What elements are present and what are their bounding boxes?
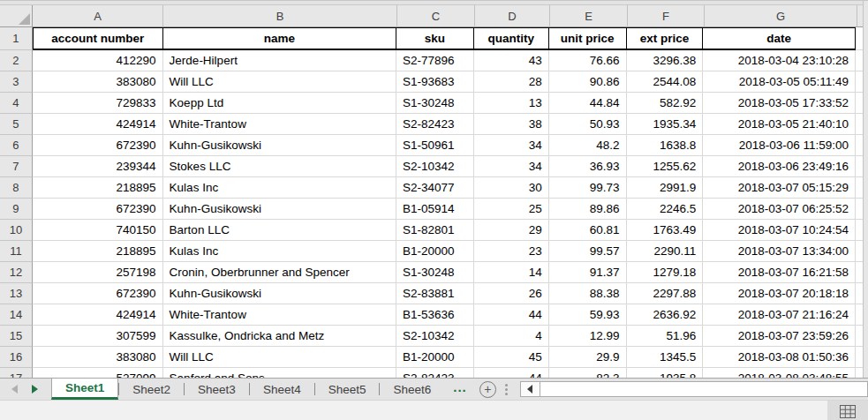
row-header-5[interactable]: 5 bbox=[0, 114, 33, 135]
cell-B6[interactable]: Kuhn-Gusikowski bbox=[163, 135, 396, 156]
cell-E2[interactable]: 76.66 bbox=[549, 50, 627, 71]
cell-G17[interactable]: 2018-03-08 03:48:55 bbox=[703, 368, 856, 378]
cell-F3[interactable]: 2544.08 bbox=[627, 71, 704, 93]
row-header-3[interactable]: 3 bbox=[0, 71, 33, 93]
row-header-13[interactable]: 13 bbox=[0, 283, 33, 304]
cell-E6[interactable]: 48.2 bbox=[549, 135, 627, 156]
cell-B11[interactable]: Kulas Inc bbox=[163, 241, 396, 262]
header-cell-name[interactable]: name bbox=[163, 27, 396, 50]
cell-F15[interactable]: 51.96 bbox=[627, 326, 704, 347]
cell-E12[interactable]: 91.37 bbox=[549, 262, 627, 283]
cell-A2[interactable]: 412290 bbox=[33, 50, 163, 71]
cell-G8[interactable]: 2018-03-07 05:15:29 bbox=[703, 177, 856, 199]
cell-C6[interactable]: S1-50961 bbox=[396, 135, 474, 156]
scroll-left-button[interactable] bbox=[521, 382, 540, 396]
cell-D2[interactable]: 43 bbox=[474, 50, 549, 71]
tab-sheet1[interactable]: Sheet1 bbox=[51, 379, 118, 400]
column-header-B[interactable]: B bbox=[163, 5, 397, 27]
column-header-G[interactable]: G bbox=[705, 5, 857, 27]
cell-D15[interactable]: 4 bbox=[474, 326, 549, 347]
cell-B17[interactable]: Sanford and Sons bbox=[163, 368, 396, 378]
cell-D11[interactable]: 23 bbox=[474, 241, 549, 262]
tab-splitter-handle[interactable] bbox=[505, 384, 508, 395]
header-cell-unit-price[interactable]: unit price bbox=[549, 27, 627, 50]
cell-D4[interactable]: 13 bbox=[474, 93, 549, 114]
row-header-8[interactable]: 8 bbox=[0, 177, 33, 199]
cell-F6[interactable]: 1638.8 bbox=[627, 135, 704, 156]
cell-G7[interactable]: 2018-03-06 23:49:16 bbox=[703, 156, 856, 177]
cell-E17[interactable]: 82.3 bbox=[549, 368, 627, 378]
cell-A5[interactable]: 424914 bbox=[33, 114, 163, 135]
cell-B10[interactable]: Barton LLC bbox=[163, 220, 396, 241]
cell-A14[interactable]: 424914 bbox=[33, 304, 163, 326]
cell-B12[interactable]: Cronin, Oberbrunner and Spencer bbox=[163, 262, 396, 283]
cell-F7[interactable]: 1255.62 bbox=[627, 156, 704, 177]
tab-sheet5[interactable]: Sheet5 bbox=[315, 379, 380, 400]
tab-sheet4[interactable]: Sheet4 bbox=[250, 379, 314, 400]
sheet-nav-right-icon[interactable] bbox=[32, 385, 38, 394]
cell-F10[interactable]: 1763.49 bbox=[627, 220, 704, 241]
column-header-A[interactable]: A bbox=[33, 5, 163, 27]
cell-C17[interactable]: S2-82423 bbox=[396, 368, 474, 378]
cell-B13[interactable]: Kuhn-Gusikowski bbox=[163, 283, 396, 304]
row-header-7[interactable]: 7 bbox=[0, 156, 33, 177]
cell-E3[interactable]: 90.86 bbox=[549, 71, 627, 93]
cell-A4[interactable]: 729833 bbox=[33, 93, 163, 114]
cell-B15[interactable]: Kassulke, Ondricka and Metz bbox=[163, 326, 396, 347]
tab-sheet6[interactable]: Sheet6 bbox=[380, 379, 444, 400]
cell-A7[interactable]: 239344 bbox=[33, 156, 163, 177]
row-header-16[interactable]: 16 bbox=[0, 347, 33, 368]
cell-C8[interactable]: S2-34077 bbox=[396, 177, 474, 199]
horizontal-scrollbar[interactable] bbox=[520, 381, 868, 397]
cell-C12[interactable]: S1-30248 bbox=[396, 262, 474, 283]
cell-E8[interactable]: 99.73 bbox=[549, 177, 627, 199]
cell-D3[interactable]: 28 bbox=[474, 71, 549, 93]
cell-G11[interactable]: 2018-03-07 13:34:00 bbox=[703, 241, 856, 262]
cell-D5[interactable]: 38 bbox=[474, 114, 549, 135]
cell-E13[interactable]: 88.38 bbox=[549, 283, 627, 304]
header-cell-quantity[interactable]: quantity bbox=[474, 27, 549, 50]
cell-E11[interactable]: 99.57 bbox=[549, 241, 627, 262]
column-header-C[interactable]: C bbox=[397, 5, 475, 27]
header-cell-account-number[interactable]: account number bbox=[33, 27, 163, 50]
add-sheet-button[interactable]: + bbox=[479, 381, 496, 398]
row-header-17[interactable]: 17 bbox=[0, 368, 33, 378]
cell-B14[interactable]: White-Trantow bbox=[163, 304, 396, 326]
row-header-10[interactable]: 10 bbox=[0, 220, 33, 241]
cell-A13[interactable]: 672390 bbox=[33, 283, 163, 304]
cell-D7[interactable]: 34 bbox=[474, 156, 549, 177]
cell-F17[interactable]: 1935.8 bbox=[627, 368, 704, 378]
vertical-scrollbar[interactable] bbox=[863, 1, 868, 378]
cell-D6[interactable]: 34 bbox=[474, 135, 549, 156]
grid-view-button[interactable] bbox=[827, 401, 868, 420]
sheet-nav-left-icon[interactable] bbox=[11, 385, 18, 394]
cell-C11[interactable]: B1-20000 bbox=[396, 241, 474, 262]
cell-E16[interactable]: 29.9 bbox=[549, 347, 627, 368]
cell-A9[interactable]: 672390 bbox=[33, 199, 163, 220]
cell-C14[interactable]: B1-53636 bbox=[396, 304, 474, 326]
cell-B2[interactable]: Jerde-Hilpert bbox=[163, 50, 396, 71]
cell-E15[interactable]: 12.99 bbox=[549, 326, 627, 347]
cell-G15[interactable]: 2018-03-07 23:59:26 bbox=[703, 326, 856, 347]
row-header-1[interactable]: 1 bbox=[0, 27, 33, 50]
row-header-14[interactable]: 14 bbox=[0, 304, 33, 326]
cell-G16[interactable]: 2018-03-08 01:50:36 bbox=[703, 347, 856, 368]
cell-G3[interactable]: 2018-03-05 05:11:49 bbox=[703, 71, 856, 93]
cell-F12[interactable]: 1279.18 bbox=[627, 262, 704, 283]
cell-B3[interactable]: Will LLC bbox=[163, 71, 396, 93]
cell-A6[interactable]: 672390 bbox=[33, 135, 163, 156]
cell-E4[interactable]: 44.84 bbox=[549, 93, 627, 114]
column-header-D[interactable]: D bbox=[475, 5, 550, 27]
cell-C15[interactable]: S2-10342 bbox=[396, 326, 474, 347]
cell-C5[interactable]: S2-82423 bbox=[396, 114, 474, 135]
cell-A10[interactable]: 740150 bbox=[33, 220, 163, 241]
cell-G2[interactable]: 2018-03-04 23:10:28 bbox=[703, 50, 856, 71]
cell-A12[interactable]: 257198 bbox=[33, 262, 163, 283]
tab-sheet3[interactable]: Sheet3 bbox=[185, 379, 249, 400]
cell-C13[interactable]: S2-83881 bbox=[396, 283, 474, 304]
row-header-11[interactable]: 11 bbox=[0, 241, 33, 262]
cell-F8[interactable]: 2991.9 bbox=[627, 177, 704, 199]
cell-A16[interactable]: 383080 bbox=[33, 347, 163, 368]
cell-B4[interactable]: Koepp Ltd bbox=[163, 93, 396, 114]
cell-F2[interactable]: 3296.38 bbox=[627, 50, 704, 71]
